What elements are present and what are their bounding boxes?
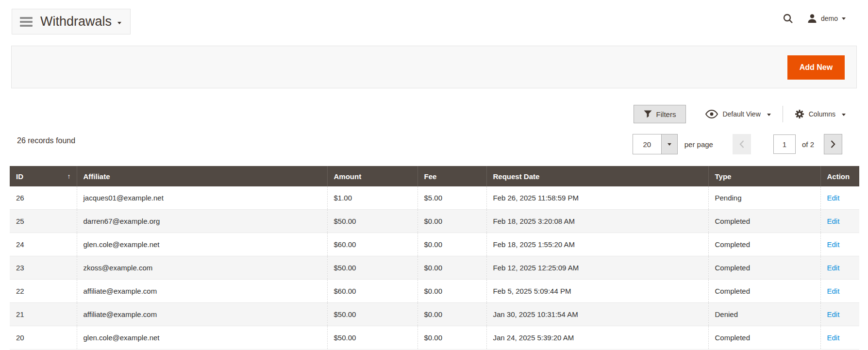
cell-id: 21 [10,303,77,326]
user-menu[interactable]: demo [807,14,846,23]
cell-id: 22 [10,280,77,303]
cell-fee: $0.00 [417,210,486,233]
column-header-request_date[interactable]: Request Date [486,166,708,186]
cell-action: Edit [820,210,859,233]
column-label: Action [827,172,850,181]
cell-type: Completed [708,326,820,350]
edit-link[interactable]: Edit [827,240,840,249]
table-row: 22affiliate@example.com$60.00$0.00Feb 5,… [10,280,859,303]
page-title-menu[interactable]: Withdrawals [12,9,131,34]
cell-amount: $50.00 [327,210,417,233]
cell-fee: $0.00 [417,280,486,303]
cell-action: Edit [820,303,859,326]
edit-link[interactable]: Edit [827,264,840,272]
column-label: Type [715,172,732,181]
columns-label: Columns [809,110,835,118]
cell-id: 20 [10,326,77,350]
cell-request_date: Feb 5, 2025 5:09:44 PM [486,280,708,303]
chevron-down-icon [117,22,121,24]
cell-amount: $60.00 [327,280,417,303]
cell-id: 25 [10,210,77,233]
edit-link[interactable]: Edit [827,194,840,202]
cell-fee: $0.00 [417,256,486,280]
grid-controls: Filters Default View Columns [634,104,846,124]
withdrawals-grid: ID↑AffiliateAmountFeeRequest DateTypeAct… [10,166,859,350]
column-header-amount[interactable]: Amount [327,166,417,186]
column-header-action[interactable]: Action [820,166,859,186]
cell-request_date: Jan 30, 2025 10:31:54 AM [486,303,708,326]
table-row: 21affiliate@example.com$50.00$0.00Jan 30… [10,303,859,326]
chevron-left-icon [739,140,745,149]
previous-page-button[interactable] [733,134,751,154]
sort-ascending-icon: ↑ [67,172,71,180]
eye-icon [705,110,718,118]
page-actions-toolbar: Add New [11,46,857,88]
table-header-row: ID↑AffiliateAmountFeeRequest DateTypeAct… [10,166,859,186]
cell-request_date: Feb 18, 2025 1:55:20 AM [486,233,708,256]
table-row: 24glen.cole@example.net$60.00$0.00Feb 18… [10,233,859,256]
cell-action: Edit [820,233,859,256]
table-row: 26jacques01@example.net$1.00$5.00Feb 26,… [10,186,859,210]
cell-action: Edit [820,186,859,210]
chevron-down-icon [842,114,846,116]
cell-id: 24 [10,233,77,256]
page-size-select[interactable]: 20 [633,134,678,154]
filters-button[interactable]: Filters [634,105,686,123]
search-icon[interactable] [782,13,794,24]
cell-fee: $0.00 [417,303,486,326]
chevron-down-icon [842,17,846,20]
next-page-button[interactable] [824,134,842,154]
per-page-label: per page [684,140,713,149]
cell-affiliate: affiliate@example.com [77,303,327,326]
column-header-fee[interactable]: Fee [417,166,486,186]
cell-type: Completed [708,256,820,280]
cell-fee: $5.00 [417,186,486,210]
view-selector-label: Default View [722,110,760,118]
cell-type: Completed [708,280,820,303]
cell-amount: $50.00 [327,303,417,326]
column-label: Request Date [493,172,540,181]
cell-amount: $50.00 [327,256,417,280]
cell-id: 23 [10,256,77,280]
table-row: 23zkoss@example.com$50.00$0.00Feb 12, 20… [10,256,859,280]
cell-action: Edit [820,326,859,350]
cell-request_date: Feb 26, 2025 11:58:59 PM [486,186,708,210]
cell-affiliate: glen.cole@example.net [77,233,327,256]
columns-control[interactable]: Columns [795,109,846,119]
edit-link[interactable]: Edit [827,217,840,225]
edit-link[interactable]: Edit [827,333,840,342]
cell-action: Edit [820,280,859,303]
cell-type: Pending [708,186,820,210]
page-size-caret-button[interactable] [661,134,677,154]
cell-amount: $50.00 [327,326,417,350]
column-label: Fee [424,172,437,181]
current-page-input[interactable] [773,134,796,154]
edit-link[interactable]: Edit [827,310,840,318]
add-new-button[interactable]: Add New [787,55,845,80]
user-name: demo [821,15,838,22]
gear-icon [795,109,804,119]
chevron-right-icon [830,140,836,149]
edit-link[interactable]: Edit [827,287,840,295]
cell-fee: $0.00 [417,326,486,350]
cell-id: 26 [10,186,77,210]
cell-request_date: Feb 12, 2025 12:25:09 AM [486,256,708,280]
cell-action: Edit [820,256,859,280]
total-pages-label: of 2 [802,140,814,149]
column-header-type[interactable]: Type [708,166,820,186]
records-found-text: 26 records found [17,136,75,145]
cell-affiliate: affiliate@example.com [77,280,327,303]
column-header-affiliate[interactable]: Affiliate [77,166,327,186]
cell-fee: $0.00 [417,233,486,256]
view-selector[interactable]: Default View [705,110,770,118]
cell-affiliate: glen.cole@example.net [77,326,327,350]
cell-amount: $1.00 [327,186,417,210]
user-icon [807,14,817,23]
column-label: Amount [334,172,362,181]
cell-amount: $60.00 [327,233,417,256]
column-header-id[interactable]: ID↑ [10,166,77,186]
filters-label: Filters [656,110,676,118]
column-label: ID [16,172,23,181]
page-size-value: 20 [633,134,661,154]
hamburger-icon [20,17,33,27]
